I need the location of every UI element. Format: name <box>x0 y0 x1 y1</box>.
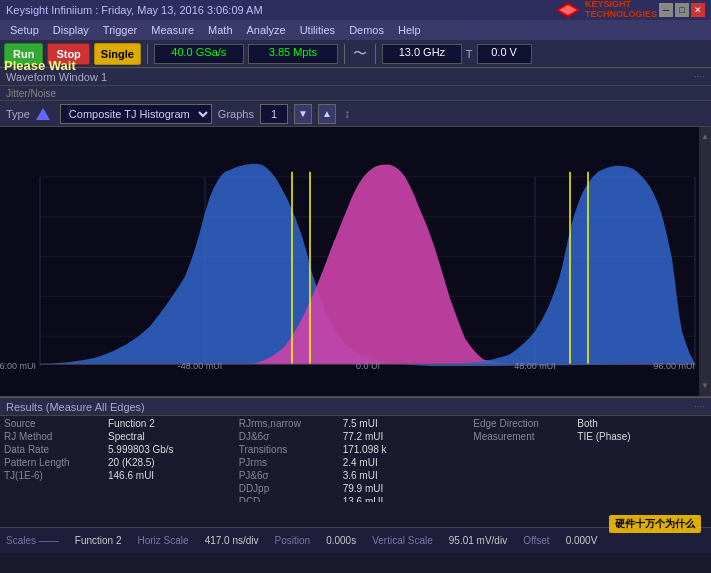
result-key-edge-dir: Edge Direction <box>473 418 573 429</box>
mem-depth-field[interactable]: 3.85 Mpts <box>248 44 338 64</box>
type-bar: Type Composite TJ Histogram Graphs 1 ▼ ▲… <box>0 101 711 127</box>
app-title: Keysight Infiniium : Friday, May 13, 201… <box>6 4 263 16</box>
result-val-dcd: 13.6 mUI <box>343 496 384 502</box>
jitter-noise-label: Jitter/Noise <box>0 86 711 101</box>
title-bar-left: Keysight Infiniium : Friday, May 13, 201… <box>6 4 263 16</box>
results-col-3-4: RJrms,narrow 7.5 mUI DJ&6σ 77.2 mUI Tran… <box>239 418 473 502</box>
keysight-logo-mark <box>554 0 582 20</box>
result-val-source: Function 2 <box>108 418 155 429</box>
type-select[interactable]: Composite TJ Histogram <box>60 104 212 124</box>
stop-button[interactable]: Stop <box>47 43 89 65</box>
graphs-down-button[interactable]: ▼ <box>294 104 312 124</box>
menu-display[interactable]: Display <box>47 22 95 38</box>
result-val-edge-dir: Both <box>577 418 598 429</box>
toolbar-separator-1 <box>147 44 148 64</box>
result-val-pjrms: 2.4 mUI <box>343 457 378 468</box>
svg-text:48.00 mUI: 48.00 mUI <box>514 361 555 371</box>
menu-setup[interactable]: Setup <box>4 22 45 38</box>
single-button[interactable]: Single <box>94 43 141 65</box>
result-val-rjrms: 7.5 mUI <box>343 418 378 429</box>
result-row-data-rate: Data Rate 5.999803 Gb/s <box>4 444 238 455</box>
result-row-pjrms: PJrms 2.4 mUI <box>239 457 473 468</box>
menu-math[interactable]: Math <box>202 22 238 38</box>
result-key-dcd: DCD <box>239 496 339 502</box>
graphs-label: Graphs <box>218 108 254 120</box>
menu-help[interactable]: Help <box>392 22 427 38</box>
results-panel: Results (Measure All Edges) ···· Source … <box>0 397 711 527</box>
waveform-icon: 〜 <box>351 45 369 63</box>
result-val-measurement: TIE (Phase) <box>577 431 630 442</box>
result-row-ddjpp: DDJpp 79.9 mUI <box>239 483 473 494</box>
result-row-rjrms: RJrms,narrow 7.5 mUI <box>239 418 473 429</box>
result-val-dj6s: 77.2 mUI <box>343 431 384 442</box>
svg-rect-23 <box>699 127 711 396</box>
offset-val: 0.000V <box>566 535 598 546</box>
results-table: Source Function 2 RJ Method Spectral Dat… <box>0 416 711 502</box>
svg-text:▼: ▼ <box>701 381 709 390</box>
keysight-logo-text: KEYSIGHT TECHNOLOGIES <box>585 0 657 20</box>
result-val-data-rate: 5.999803 Gb/s <box>108 444 174 455</box>
result-key-pjrms: PJrms <box>239 457 339 468</box>
vert-scale-val: 95.01 mV/div <box>449 535 507 546</box>
result-key-transitions: Transitions <box>239 444 339 455</box>
result-val-transitions: 171.098 k <box>343 444 387 455</box>
waveform-window-text: Waveform Window 1 <box>6 71 107 83</box>
menu-measure[interactable]: Measure <box>145 22 200 38</box>
voltage-field[interactable]: 0.0 V <box>477 44 532 64</box>
vert-scale-label: Vertical Scale <box>372 535 433 546</box>
result-key-data-rate: Data Rate <box>4 444 104 455</box>
svg-text:0.0 UI: 0.0 UI <box>356 361 380 371</box>
result-row-transitions: Transitions 171.098 k <box>239 444 473 455</box>
toolbar: Run Stop Single 40.0 GSa/s 3.85 Mpts 〜 1… <box>0 40 711 68</box>
watermark: 硬件十万个为什么 <box>609 515 701 533</box>
result-key-ddjpp: DDJpp <box>239 483 339 494</box>
horiz-scale-label: Horiz Scale <box>138 535 189 546</box>
graphs-extra-icon: ↕ <box>344 107 350 121</box>
menu-trigger[interactable]: Trigger <box>97 22 143 38</box>
result-row-measurement: Measurement TIE (Phase) <box>473 431 707 442</box>
svg-text:-96.00 mUI: -96.00 mUI <box>0 361 36 371</box>
maximize-button[interactable]: □ <box>675 3 689 17</box>
minimize-button[interactable]: ─ <box>659 3 673 17</box>
results-header: Results (Measure All Edges) ···· <box>0 398 711 416</box>
graphs-input[interactable]: 1 <box>260 104 288 124</box>
jitter-text: Jitter/Noise <box>6 88 56 99</box>
run-button[interactable]: Run <box>4 43 43 65</box>
result-key-rjrms: RJrms,narrow <box>239 418 339 429</box>
svg-text:96.00 mUI: 96.00 mUI <box>654 361 695 371</box>
result-key-pattern-length: Pattern Length <box>4 457 104 468</box>
result-val-pattern-length: 20 (K28.5) <box>108 457 155 468</box>
waveform-window-label: Waveform Window 1 ···· <box>0 68 711 86</box>
histogram-triangle-icon <box>36 108 50 120</box>
svg-text:▲: ▲ <box>701 132 709 141</box>
frequency-field[interactable]: 13.0 GHz <box>382 44 462 64</box>
keysight-logo: KEYSIGHT TECHNOLOGIES <box>554 0 657 20</box>
chart-area: Composite Histogram TJ ○RJ PJ DDJ <box>0 127 711 397</box>
result-row-pattern-length: Pattern Length 20 (K28.5) <box>4 457 238 468</box>
graphs-up-button[interactable]: ▲ <box>318 104 336 124</box>
sample-rate-field[interactable]: 40.0 GSa/s <box>154 44 244 64</box>
scales-label: Scales —— <box>6 535 59 546</box>
result-val-ddjpp: 79.9 mUI <box>343 483 384 494</box>
results-header-text: Results (Measure All Edges) <box>6 401 145 413</box>
menu-utilities[interactable]: Utilities <box>294 22 341 38</box>
scroll-dots: ···· <box>694 71 705 82</box>
menu-bar: Setup Display Trigger Measure Math Analy… <box>0 20 711 40</box>
result-val-rj-method: Spectral <box>108 431 145 442</box>
horiz-scale-val: 417.0 ns/div <box>205 535 259 546</box>
result-key-pj6s: PJ&6σ <box>239 470 339 481</box>
results-scroll-dots: ···· <box>694 401 705 412</box>
scale-bar: Scales —— Function 2 Horiz Scale 417.0 n… <box>0 527 711 553</box>
position-val: 0.000s <box>326 535 356 546</box>
result-key-source: Source <box>4 418 104 429</box>
result-val-pj6s: 3.6 mUI <box>343 470 378 481</box>
results-col-5: Edge Direction Both Measurement TIE (Pha… <box>473 418 707 502</box>
position-label: Position <box>275 535 311 546</box>
menu-demos[interactable]: Demos <box>343 22 390 38</box>
svg-text:-48.00 mUI: -48.00 mUI <box>178 361 222 371</box>
result-row-dj6s: DJ&6σ 77.2 mUI <box>239 431 473 442</box>
result-row-rj-method: RJ Method Spectral <box>4 431 238 442</box>
result-row-edge-dir: Edge Direction Both <box>473 418 707 429</box>
close-button[interactable]: ✕ <box>691 3 705 17</box>
menu-analyze[interactable]: Analyze <box>241 22 292 38</box>
